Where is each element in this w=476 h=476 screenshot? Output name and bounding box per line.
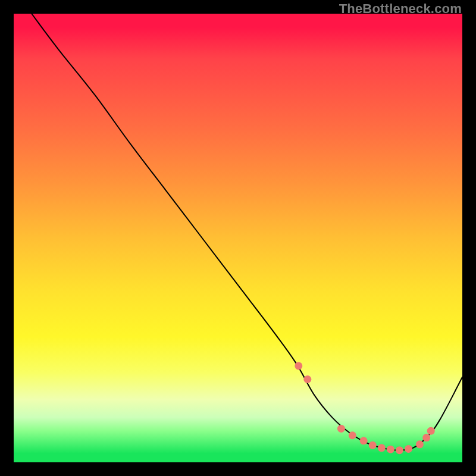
marker-dot	[405, 445, 412, 453]
marker-dot	[349, 431, 356, 439]
marker-dot	[427, 427, 435, 435]
marker-dot	[337, 425, 345, 433]
marker-dot	[387, 446, 394, 453]
plot-area	[14, 14, 462, 462]
curve-path	[32, 14, 462, 450]
chart-svg	[14, 14, 462, 462]
marker-dot	[295, 362, 302, 369]
marker-dot	[360, 437, 368, 444]
chart-frame: TheBottleneck.com	[0, 0, 476, 476]
marker-dot	[369, 441, 377, 449]
marker-dot	[396, 446, 403, 454]
marker-dot	[422, 434, 430, 441]
marker-dot	[378, 444, 386, 452]
marker-dot	[303, 375, 311, 383]
marker-dot	[416, 440, 424, 448]
marker-group	[295, 362, 434, 454]
